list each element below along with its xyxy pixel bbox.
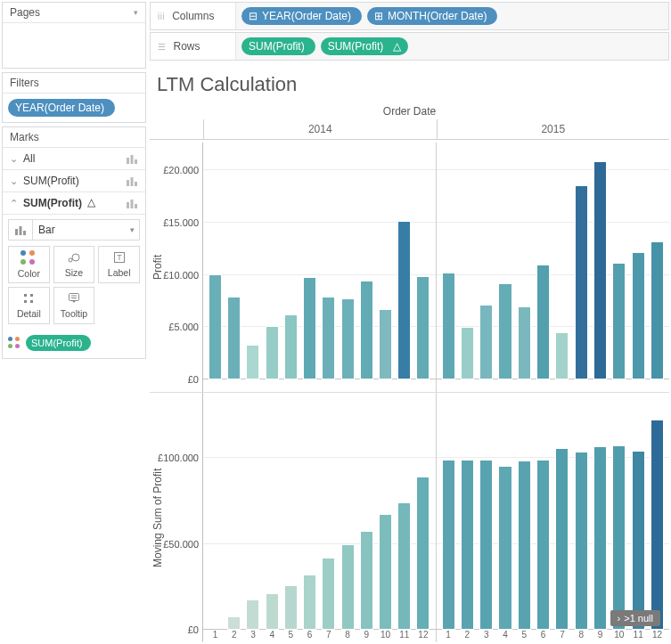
bar[interactable] — [612, 263, 626, 379]
rows-shelf-content[interactable]: SUM(Profit) SUM(Profit) △ — [236, 33, 668, 60]
bar[interactable] — [593, 161, 607, 379]
bar[interactable] — [341, 544, 355, 630]
y-axis-ticks-profit: £0£5.000£10.000£15.000£20.000 — [166, 143, 203, 392]
plot-2015-ltm[interactable]: 123456789101112 › >1 null — [437, 393, 670, 642]
bar[interactable] — [303, 277, 316, 379]
columns-pill-month[interactable]: ⊞ MONTH(Order Date) — [367, 7, 497, 25]
chevron-down-icon: ⌄ — [10, 175, 18, 187]
x-tick: 6 — [536, 630, 550, 642]
bar[interactable] — [498, 466, 511, 630]
bar[interactable] — [227, 616, 241, 630]
pages-title: Pages — [10, 6, 40, 19]
bar[interactable] — [518, 461, 531, 630]
bar[interactable] — [651, 241, 664, 379]
marks-row-label: SUM(Profit) — [23, 197, 82, 209]
bar[interactable] — [651, 420, 664, 630]
mark-tooltip-button[interactable]: Tooltip — [53, 287, 95, 324]
mark-btn-label: Label — [108, 267, 131, 278]
y-tick: £0 — [188, 624, 199, 635]
bar[interactable] — [518, 306, 531, 379]
columns-shelf[interactable]: iii Columns ⊟ YEAR(Order Date) ⊞ MONTH(O… — [150, 2, 669, 30]
bar[interactable] — [612, 445, 626, 630]
bar[interactable] — [479, 305, 493, 379]
chevron-down-icon: ▾ — [134, 8, 138, 17]
bar[interactable] — [442, 460, 455, 630]
marks-row-sumprofit2[interactable]: ⌃ SUM(Profit) △ — [3, 192, 145, 215]
filter-pill-year[interactable]: YEAR(Order Date) — [8, 99, 115, 117]
y-axis-title-ltm[interactable]: Moving Sum of Profit — [150, 393, 166, 642]
bar[interactable] — [632, 451, 645, 630]
pill-label: SUM(Profit) — [249, 40, 305, 53]
bar[interactable] — [416, 477, 430, 630]
bar[interactable] — [284, 314, 298, 379]
mark-label-button[interactable]: T Label — [98, 246, 140, 283]
rows-pill-1[interactable]: SUM(Profit) — [241, 37, 315, 55]
bar[interactable] — [479, 460, 493, 630]
bar[interactable] — [498, 283, 511, 379]
x-tick: 10 — [379, 630, 392, 642]
svg-text:T: T — [117, 253, 122, 262]
pages-body[interactable] — [3, 23, 145, 68]
null-indicator[interactable]: › >1 null — [610, 610, 660, 626]
bar[interactable] — [442, 273, 455, 379]
bar[interactable] — [360, 531, 373, 631]
svg-rect-4 — [131, 177, 134, 186]
bar[interactable] — [397, 221, 411, 379]
y-axis-title-profit[interactable]: Profit — [150, 143, 166, 392]
filters-panel: Filters YEAR(Order Date) — [2, 72, 146, 123]
bar[interactable] — [322, 297, 335, 379]
bar[interactable] — [246, 345, 259, 379]
bar[interactable] — [379, 514, 392, 630]
bar[interactable] — [266, 593, 279, 630]
bar[interactable] — [397, 502, 411, 630]
mark-btn-label: Detail — [17, 308, 41, 319]
mark-type-selector[interactable]: Bar ▾ — [8, 219, 140, 240]
bar[interactable] — [266, 326, 279, 379]
bar[interactable] — [555, 448, 569, 630]
mark-detail-button[interactable]: Detail — [8, 287, 50, 324]
bar[interactable] — [632, 252, 645, 379]
plot-2015-profit[interactable] — [437, 143, 670, 392]
filters-header[interactable]: Filters — [3, 73, 145, 94]
bar[interactable] — [555, 332, 569, 379]
svg-rect-9 — [15, 229, 18, 235]
bar[interactable] — [536, 460, 550, 630]
bar[interactable] — [284, 585, 298, 630]
bar[interactable] — [360, 281, 373, 379]
bar[interactable] — [322, 558, 335, 630]
marks-row-sumprofit1[interactable]: ⌄ SUM(Profit) — [3, 170, 145, 192]
year-header-2015[interactable]: 2015 — [437, 119, 670, 139]
mark-color-button[interactable]: Color — [8, 246, 50, 283]
year-header-2014[interactable]: 2014 — [203, 119, 437, 139]
columns-pill-year[interactable]: ⊟ YEAR(Order Date) — [241, 7, 362, 25]
rows-pill-2[interactable]: SUM(Profit) △ — [321, 37, 409, 55]
rows-shelf[interactable]: ☰ Rows SUM(Profit) SUM(Profit) △ — [150, 32, 669, 61]
columns-shelf-content[interactable]: ⊟ YEAR(Order Date) ⊞ MONTH(Order Date) — [236, 3, 668, 29]
marks-title: Marks — [10, 131, 39, 143]
bar[interactable] — [593, 446, 607, 630]
bar[interactable] — [227, 297, 241, 379]
columns-title: Columns — [172, 10, 214, 22]
bar[interactable] — [461, 327, 474, 379]
plot-2014-ltm[interactable]: 123456789101112 — [203, 393, 437, 642]
bar[interactable] — [416, 276, 430, 379]
bar[interactable] — [575, 452, 588, 630]
pages-header[interactable]: Pages ▾ — [3, 3, 145, 23]
bar[interactable] — [379, 309, 392, 379]
bar[interactable] — [575, 185, 588, 379]
plot-2014-profit[interactable] — [203, 143, 437, 392]
x-tick: 4 — [498, 630, 511, 642]
sheet-title-area[interactable]: LTM Calculation — [148, 61, 671, 102]
bar[interactable] — [246, 599, 259, 630]
marks-pill-sumprofit[interactable]: SUM(Profit) — [26, 335, 91, 351]
bar[interactable] — [341, 298, 355, 379]
bar[interactable] — [209, 274, 222, 379]
marks-row-all[interactable]: ⌄ All — [3, 148, 145, 170]
svg-point-12 — [69, 258, 72, 262]
filters-body[interactable]: YEAR(Order Date) — [3, 94, 145, 122]
bar[interactable] — [303, 575, 316, 630]
svg-rect-8 — [135, 204, 137, 208]
bar[interactable] — [461, 460, 474, 630]
mark-size-button[interactable]: Size — [53, 246, 95, 283]
bar[interactable] — [536, 265, 550, 379]
